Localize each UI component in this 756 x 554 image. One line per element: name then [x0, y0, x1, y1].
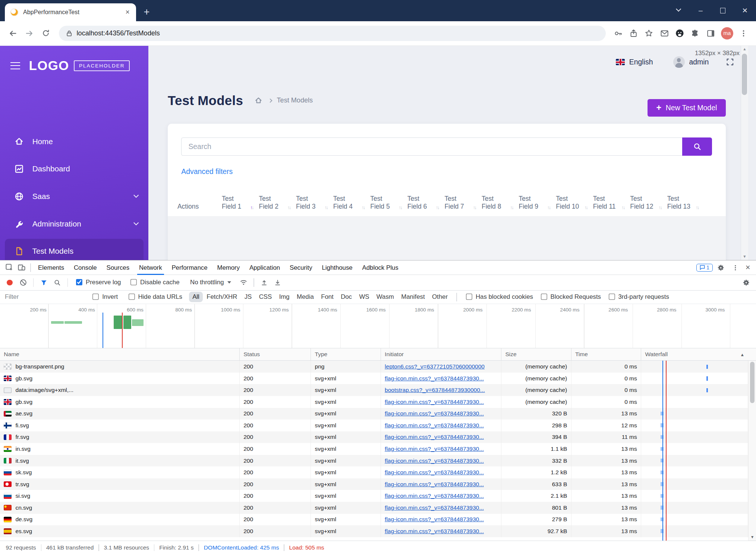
request-initiator-link[interactable]: flag-icon.min.css?_v=637844873930... [385, 410, 484, 417]
browser-tab[interactable]: AbpPerformanceTest [5, 3, 136, 21]
page-scrollbar[interactable] [741, 46, 749, 260]
request-initiator-link[interactable]: lepton6.css?_v=637721057060000000 [385, 363, 485, 370]
models-column-header[interactable]: Test Field 8 [482, 195, 519, 212]
devtools-tab[interactable]: Application [245, 260, 285, 275]
hamburger-menu-icon[interactable] [10, 62, 20, 69]
request-type-filter[interactable]: WS [356, 292, 372, 302]
request-initiator-link[interactable]: flag-icon.min.css?_v=637844873930... [385, 399, 484, 405]
network-filter-input[interactable] [5, 293, 86, 301]
forward-button[interactable] [21, 25, 38, 41]
device-toolbar-icon[interactable] [15, 261, 28, 274]
request-initiator-link[interactable]: flag-icon.min.css?_v=637844873930... [385, 422, 484, 429]
preserve-log-input[interactable] [76, 279, 83, 286]
request-type-filter[interactable]: Img [276, 292, 293, 302]
url-text[interactable]: localhost:44356/TestModels [77, 29, 160, 37]
column-header-waterfall[interactable]: Waterfall [641, 348, 748, 361]
models-column-header[interactable]: Test Field 2 [259, 195, 296, 212]
search-button[interactable] [682, 137, 712, 156]
preserve-log-checkbox[interactable]: Preserve log [76, 279, 121, 286]
language-selector[interactable]: English [629, 58, 653, 66]
export-har-icon[interactable] [272, 277, 283, 288]
window-maximize-button[interactable] [712, 0, 734, 21]
devtools-tab[interactable]: Security [285, 260, 317, 275]
network-request-row[interactable]: fi.svg 200 svg+xml flag-icon.min.css?_v=… [0, 420, 756, 431]
network-request-row[interactable]: fr.svg 200 svg+xml flag-icon.min.css?_v=… [0, 431, 756, 443]
sidebar-item[interactable]: Saas [0, 183, 148, 210]
devtools-close-icon[interactable] [743, 263, 752, 272]
devtools-tab[interactable]: Adblock Plus [357, 260, 403, 275]
sort-icon[interactable] [287, 205, 290, 210]
scroll-down-arrow-icon[interactable] [741, 253, 748, 260]
request-type-filter[interactable]: Other [429, 292, 451, 302]
request-name-cell[interactable]: data:image/svg+xml,... [0, 384, 240, 396]
column-header-initiator[interactable]: Initiator [381, 348, 501, 361]
models-column-header[interactable]: Test Field 5 [370, 195, 407, 212]
scroll-down-arrow-icon[interactable] [749, 534, 756, 541]
clear-network-log-icon[interactable] [18, 277, 29, 288]
models-column-header[interactable]: Test Field 6 [407, 195, 445, 212]
network-request-row[interactable]: sk.svg 200 svg+xml flag-icon.min.css?_v=… [0, 466, 756, 478]
request-type-filter[interactable]: Fetch/XHR [203, 292, 240, 302]
request-type-filter[interactable]: Manifest [398, 292, 428, 302]
network-settings-gear-icon[interactable] [741, 277, 752, 288]
column-header-name[interactable]: Name [0, 348, 240, 361]
request-type-filter[interactable]: Font [318, 292, 337, 302]
tab-search-chevron-icon[interactable] [667, 0, 689, 21]
sort-icon[interactable] [324, 205, 327, 210]
hide-data-urls-input[interactable] [129, 294, 135, 300]
disable-cache-checkbox[interactable]: Disable cache [130, 279, 179, 286]
network-request-row[interactable]: gb.svg 200 svg+xml flag-icon.min.css?_v=… [0, 396, 756, 408]
models-column-header[interactable]: Test Field 9 [519, 195, 556, 212]
models-column-header[interactable]: Test Field 10 [556, 195, 593, 212]
sort-icon[interactable] [584, 205, 587, 210]
scrollbar-thumb[interactable] [750, 362, 755, 403]
filter-checkbox[interactable]: Blocked Requests [541, 293, 601, 301]
sort-icon[interactable] [547, 205, 550, 210]
request-initiator-link[interactable]: flag-icon.min.css?_v=637844873930... [385, 458, 484, 464]
throttling-select[interactable]: No throttling [190, 279, 231, 286]
models-column-header[interactable]: Test Field 12 [630, 195, 667, 212]
back-button[interactable] [5, 25, 21, 41]
request-name-cell[interactable]: bg-transparent.png [0, 361, 240, 373]
column-header-status[interactable]: Status [240, 348, 311, 361]
network-conditions-icon[interactable] [238, 277, 249, 288]
column-header-size[interactable]: Size [501, 348, 571, 361]
request-name-cell[interactable]: fi.svg [0, 420, 240, 431]
network-request-row[interactable]: data:image/svg+xml,... 200 svg+xml boots… [0, 384, 756, 396]
bookmark-star-icon[interactable] [641, 26, 656, 41]
request-initiator-link[interactable]: flag-icon.min.css?_v=637844873930... [385, 528, 484, 535]
invert-checkbox[interactable]: Invert [92, 293, 118, 301]
record-button[interactable] [7, 280, 13, 286]
sidebar-item[interactable]: Home [0, 128, 148, 155]
mail-icon[interactable] [657, 26, 672, 41]
search-network-icon[interactable] [51, 277, 63, 288]
request-initiator-link[interactable]: flag-icon.min.css?_v=637844873930... [385, 516, 484, 523]
request-name-cell[interactable]: tr.svg [0, 478, 240, 490]
filter-checkbox[interactable]: Has blocked cookies [466, 293, 533, 301]
search-input[interactable] [181, 137, 682, 156]
network-request-row[interactable]: si.svg 200 svg+xml flag-icon.min.css?_v=… [0, 490, 756, 502]
devtools-tab[interactable]: Performance [167, 260, 212, 275]
console-messages-badge[interactable]: 1 [696, 264, 713, 272]
sort-icon[interactable] [473, 205, 476, 210]
filter-checkbox-input[interactable] [541, 294, 548, 300]
filter-funnel-icon[interactable] [38, 277, 50, 288]
address-bar[interactable]: localhost:44356/TestModels [59, 26, 606, 41]
request-initiator-link[interactable]: flag-icon.min.css?_v=637844873930... [385, 493, 484, 499]
share-icon[interactable] [626, 26, 641, 41]
request-name-cell[interactable]: it.svg [0, 455, 240, 467]
devtools-settings-gear-icon[interactable] [715, 261, 727, 274]
models-column-header[interactable]: Test Field 1 [222, 195, 259, 212]
window-minimize-button[interactable] [690, 0, 712, 21]
inspect-element-icon[interactable] [3, 261, 16, 274]
request-initiator-link[interactable]: flag-icon.min.css?_v=637844873930... [385, 446, 484, 452]
request-name-cell[interactable]: in.svg [0, 443, 240, 455]
network-request-row[interactable]: tr.svg 200 svg+xml flag-icon.min.css?_v=… [0, 478, 756, 490]
side-panel-icon[interactable] [703, 26, 718, 41]
sort-icon[interactable] [436, 205, 439, 210]
request-initiator-link[interactable]: flag-icon.min.css?_v=637844873930... [385, 504, 484, 511]
request-name-cell[interactable]: gb.svg [0, 396, 240, 408]
models-column-header[interactable]: Test Field 7 [444, 195, 482, 212]
devtools-menu-kebab-icon[interactable] [729, 261, 742, 274]
models-column-header[interactable]: Test Field 4 [333, 195, 371, 212]
